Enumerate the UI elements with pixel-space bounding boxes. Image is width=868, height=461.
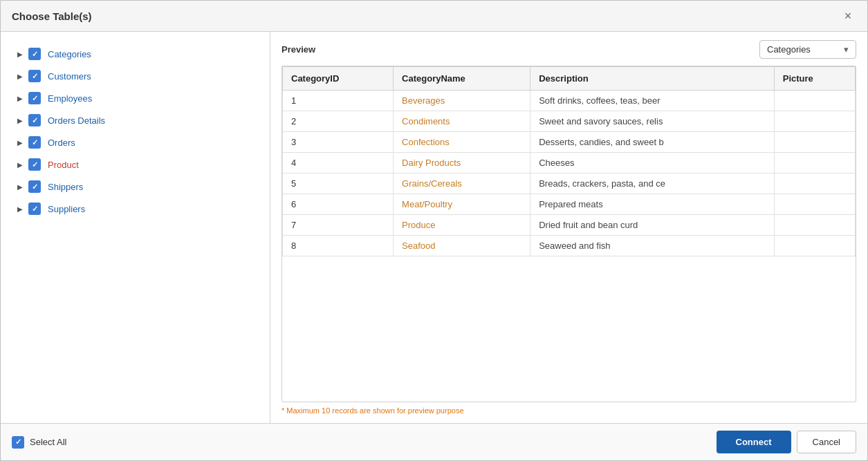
table-item-orders-details[interactable]: ▶Orders Details <box>9 109 261 131</box>
table-item-label: Orders Details <box>48 115 105 126</box>
table-item-label: Customers <box>48 71 91 82</box>
preview-note: * Maximum 10 records are shown for previ… <box>281 406 856 415</box>
chevron-down-icon: ▾ <box>844 44 849 55</box>
dialog-header: Choose Table(s) × <box>1 1 867 32</box>
checkbox-employees[interactable] <box>28 92 41 104</box>
cell-picture <box>774 132 855 153</box>
select-all-wrap[interactable]: Select All <box>12 436 66 449</box>
preview-table-body: 1BeveragesSoft drinks, coffees, teas, be… <box>283 91 856 256</box>
col-header-categoryname: CategoryName <box>394 67 530 91</box>
cell-id: 3 <box>283 132 394 153</box>
cell-description: Breads, crackers, pasta, and ce <box>530 173 775 194</box>
dialog-footer: Select All Connect Cancel <box>1 423 867 460</box>
cell-description: Soft drinks, coffees, teas, beer <box>530 91 775 111</box>
dialog-title: Choose Table(s) <box>12 10 92 22</box>
preview-table-header-row: CategoryIDCategoryNameDescriptionPicture <box>283 67 856 91</box>
preview-table-dropdown[interactable]: Categories ▾ <box>759 40 856 59</box>
table-item-employees[interactable]: ▶Employees <box>9 87 261 109</box>
preview-header: Preview Categories ▾ <box>281 40 856 59</box>
preview-table-wrap: CategoryIDCategoryNameDescriptionPicture… <box>281 66 856 402</box>
table-item-customers[interactable]: ▶Customers <box>9 65 261 87</box>
preview-table: CategoryIDCategoryNameDescriptionPicture… <box>282 66 856 256</box>
checkbox-shippers[interactable] <box>28 180 41 193</box>
table-row: 2CondimentsSweet and savory sauces, reli… <box>283 111 856 132</box>
cell-description: Desserts, candies, and sweet b <box>530 132 775 153</box>
footer-buttons: Connect Cancel <box>717 431 856 453</box>
cell-id: 6 <box>283 194 394 215</box>
cell-category-name: Confections <box>394 132 530 153</box>
checkbox-categories[interactable] <box>28 48 41 60</box>
cell-id: 4 <box>283 153 394 173</box>
checkbox-suppliers[interactable] <box>28 203 41 215</box>
left-panel: ▶Categories▶Customers▶Employees▶Orders D… <box>1 32 270 423</box>
cell-picture <box>774 194 855 215</box>
cell-category-name: Meat/Poultry <box>394 194 530 215</box>
expand-arrow-icon: ▶ <box>15 70 26 82</box>
table-item-label: Employees <box>48 93 92 104</box>
cell-category-name: Dairy Products <box>394 153 530 173</box>
table-item-orders[interactable]: ▶Orders <box>9 131 261 153</box>
cancel-button[interactable]: Cancel <box>797 431 856 453</box>
cell-id: 8 <box>283 236 394 256</box>
table-row: 1BeveragesSoft drinks, coffees, teas, be… <box>283 91 856 111</box>
expand-arrow-icon: ▶ <box>15 115 26 126</box>
preview-table-head: CategoryIDCategoryNameDescriptionPicture <box>283 67 856 91</box>
dialog-body: ▶Categories▶Customers▶Employees▶Orders D… <box>1 32 867 423</box>
cell-id: 7 <box>283 215 394 236</box>
cell-category-name: Grains/Cereals <box>394 173 530 194</box>
cell-category-name: Beverages <box>394 91 530 111</box>
cell-description: Dried fruit and bean curd <box>530 215 775 236</box>
expand-arrow-icon: ▶ <box>15 48 26 59</box>
preview-label: Preview <box>281 44 315 55</box>
table-row: 5Grains/CerealsBreads, crackers, pasta, … <box>283 173 856 194</box>
cell-picture <box>774 173 855 194</box>
cell-picture <box>774 91 855 111</box>
connect-button[interactable]: Connect <box>717 431 791 453</box>
table-row: 8SeafoodSeaweed and fish <box>283 236 856 256</box>
cell-picture <box>774 153 855 173</box>
expand-arrow-icon: ▶ <box>15 181 26 192</box>
cell-picture <box>774 215 855 236</box>
table-item-label: Suppliers <box>48 204 85 214</box>
cell-id: 2 <box>283 111 394 132</box>
select-all-checkbox[interactable] <box>12 436 24 449</box>
table-row: 3ConfectionsDesserts, candies, and sweet… <box>283 132 856 153</box>
expand-arrow-icon: ▶ <box>15 203 26 214</box>
checkbox-orders-details[interactable] <box>28 114 41 126</box>
col-header-categoryid: CategoryID <box>283 67 394 91</box>
cell-description: Sweet and savory sauces, relis <box>530 111 775 132</box>
table-item-suppliers[interactable]: ▶Suppliers <box>9 198 261 220</box>
cell-picture <box>774 236 855 256</box>
cell-description: Prepared meats <box>530 194 775 215</box>
table-row: 6Meat/PoultryPrepared meats <box>283 194 856 215</box>
cell-category-name: Condiments <box>394 111 530 132</box>
cell-description: Cheeses <box>530 153 775 173</box>
cell-picture <box>774 111 855 132</box>
table-item-product[interactable]: ▶Product <box>9 153 261 176</box>
right-panel: Preview Categories ▾ CategoryIDCategoryN… <box>270 32 867 423</box>
dropdown-value: Categories <box>767 44 811 55</box>
checkbox-orders[interactable] <box>28 136 41 149</box>
dialog: Choose Table(s) × ▶Categories▶Customers▶… <box>0 0 868 461</box>
expand-arrow-icon: ▶ <box>15 137 26 148</box>
table-item-label: Categories <box>48 49 91 59</box>
col-header-picture: Picture <box>774 67 855 91</box>
col-header-description: Description <box>530 67 775 91</box>
table-item-shippers[interactable]: ▶Shippers <box>9 176 261 198</box>
table-item-label: Shippers <box>48 182 83 192</box>
checkbox-customers[interactable] <box>28 70 41 82</box>
cell-category-name: Seafood <box>394 236 530 256</box>
expand-arrow-icon: ▶ <box>15 93 26 104</box>
table-row: 4Dairy ProductsCheeses <box>283 153 856 173</box>
close-button[interactable]: × <box>840 8 856 24</box>
table-item-categories[interactable]: ▶Categories <box>9 43 261 65</box>
select-all-label: Select All <box>30 437 66 447</box>
expand-arrow-icon: ▶ <box>15 159 26 170</box>
table-row: 7ProduceDried fruit and bean curd <box>283 215 856 236</box>
cell-category-name: Produce <box>394 215 530 236</box>
checkbox-product[interactable] <box>28 158 41 171</box>
cell-id: 5 <box>283 173 394 194</box>
table-item-label: Orders <box>48 138 75 148</box>
cell-description: Seaweed and fish <box>530 236 775 256</box>
table-item-label: Product <box>48 160 79 170</box>
